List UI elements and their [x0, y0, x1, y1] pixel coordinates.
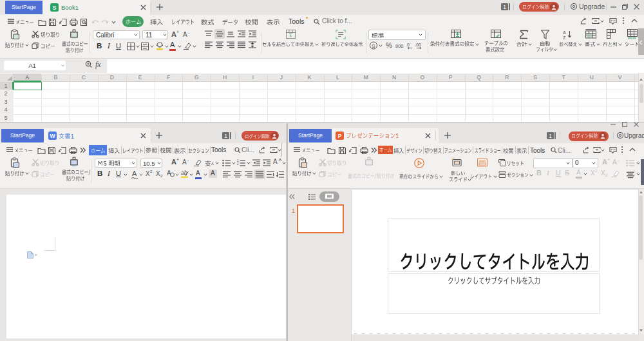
svg-text:.0: .0: [406, 43, 410, 47]
svg-text:000: 000: [395, 43, 404, 49]
svg-text:S: S: [52, 5, 56, 11]
svg-text:2: 2: [237, 162, 239, 166]
svg-text:W: W: [50, 133, 55, 139]
svg-text:Z: Z: [563, 35, 566, 39]
svg-text:S: S: [372, 43, 375, 49]
svg-text:.00: .00: [415, 43, 421, 47]
svg-text:P: P: [338, 133, 342, 139]
svg-text:A: A: [563, 30, 566, 35]
